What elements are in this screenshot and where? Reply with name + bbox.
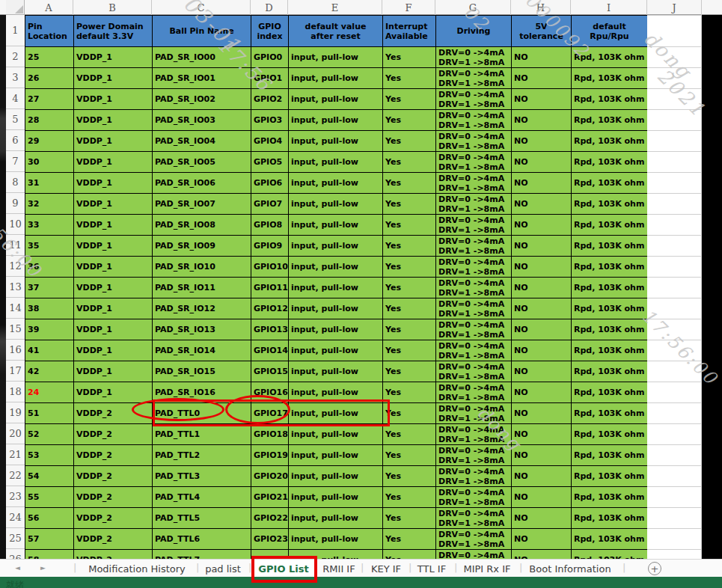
cell-C8[interactable]: PAD_SR_IO06 [152,172,251,193]
row-header-6[interactable]: 6 [6,130,25,151]
sheet-tab-modification-history[interactable]: Modification History [78,560,196,578]
cell-D21[interactable]: GPIO19 [251,444,288,465]
cell-H8[interactable]: NO [511,172,571,193]
sheet-nav-left-icon[interactable]: ◄ [15,564,20,572]
row-header-10[interactable]: 10 [6,214,25,235]
cell-E6[interactable]: input, pull-low [288,130,382,151]
cell-J8[interactable] [647,172,702,193]
cell-B12[interactable]: VDDP_1 [73,256,152,277]
cell-H25[interactable]: NO [511,528,571,549]
cell-H24[interactable]: NO [511,507,571,528]
cell-F15[interactable]: Yes [382,319,435,340]
cell-G25[interactable]: DRV=0 ->4mA DRV=1 ->8mA [435,528,511,549]
cell-B20[interactable]: VDDP_2 [73,423,152,444]
cell-G26[interactable]: DRV=0 ->4mA DRV=1 ->8mA [435,549,511,559]
cell-B14[interactable]: VDDP_1 [73,298,152,319]
cell-I14[interactable]: Rpd, 103K ohm [571,298,648,319]
cell-G19[interactable]: DRV=0 ->4mA DRV=1 ->8mA [435,402,511,423]
cell-E24[interactable]: input, pull-low [288,507,382,528]
cell-F26[interactable]: Yes [382,549,435,559]
cell-C15[interactable]: PAD_SR_IO13 [152,319,251,340]
cell-E2[interactable]: input, pull-low [288,46,382,67]
cell-C24[interactable]: PAD_TTL5 [152,507,251,528]
cell-F23[interactable]: Yes [382,486,435,507]
sheet-tab-pad-list[interactable]: pad list [199,560,247,578]
cell-C14[interactable]: PAD_SR_IO12 [152,298,251,319]
cell-D2[interactable]: GPIO0 [251,46,288,67]
row-header-12[interactable]: 12 [6,256,25,277]
row-header-5[interactable]: 5 [6,109,25,130]
cell-F21[interactable]: Yes [382,444,435,465]
cell-B26[interactable]: VDDP_2 [73,549,152,559]
cell-B16[interactable]: VDDP_1 [73,340,152,361]
cell-G21[interactable]: DRV=0 ->4mA DRV=1 ->8mA [435,444,511,465]
cell-J17[interactable] [647,361,702,382]
cell-D14[interactable]: GPIO12 [251,298,288,319]
cell-C3[interactable]: PAD_SR_IO01 [152,67,251,88]
cell-A16[interactable]: 41 [25,340,73,361]
row-header-4[interactable]: 4 [6,88,25,109]
cell-J5[interactable] [647,109,702,130]
cell-D5[interactable]: GPIO3 [251,109,288,130]
cell-H20[interactable]: NO [511,423,571,444]
cell-A14[interactable]: 38 [25,298,73,319]
cell-J1[interactable] [647,15,702,46]
cell-I24[interactable]: Rpd, 103K ohm [571,507,648,528]
cell-A23[interactable]: 55 [25,486,73,507]
cell-C7[interactable]: PAD_SR_IO05 [152,151,251,172]
cell-B4[interactable]: VDDP_1 [73,88,152,109]
cell-D3[interactable]: GPIO1 [251,67,288,88]
cell-I13[interactable]: Rpd, 103K ohm [571,277,648,298]
cell-J23[interactable] [647,486,702,507]
cell-A11[interactable]: 35 [25,235,73,256]
cell-G14[interactable]: DRV=0 ->4mA DRV=1 ->8mA [435,298,511,319]
cell-I17[interactable]: Rpd, 103K ohm [571,361,648,382]
cell-D1[interactable]: GPIO index [251,15,288,46]
cell-E10[interactable]: input, pull-low [288,214,382,235]
cell-J25[interactable] [647,528,702,549]
cell-E7[interactable]: input, pull-low [288,151,382,172]
cell-G6[interactable]: DRV=0 ->4mA DRV=1 ->8mA [435,130,511,151]
cell-H21[interactable]: NO [511,444,571,465]
column-header-F[interactable]: F [382,0,435,15]
add-sheet-button[interactable]: + [648,562,661,575]
cell-B23[interactable]: VDDP_2 [73,486,152,507]
cell-H19[interactable]: NO [511,402,571,423]
cell-H2[interactable]: NO [511,46,571,67]
cell-J21[interactable] [647,444,702,465]
cell-J6[interactable] [647,130,702,151]
cell-B11[interactable]: VDDP_1 [73,235,152,256]
cell-B10[interactable]: VDDP_1 [73,214,152,235]
row-header-2[interactable]: 2 [6,46,25,67]
cell-I1[interactable]: default Rpu/Rpu [571,15,648,46]
cell-D25[interactable]: GPIO23 [251,528,288,549]
cell-H12[interactable]: NO [511,256,571,277]
cell-J10[interactable] [647,214,702,235]
cell-B3[interactable]: VDDP_1 [73,67,152,88]
cell-C11[interactable]: PAD_SR_IO09 [152,235,251,256]
cell-H23[interactable]: NO [511,486,571,507]
cell-A6[interactable]: 29 [25,130,73,151]
cell-F2[interactable]: Yes [382,46,435,67]
cell-G1[interactable]: Driving [435,15,511,46]
cell-I8[interactable]: Rpd, 103K ohm [571,172,648,193]
cell-G22[interactable]: DRV=0 ->4mA DRV=1 ->8mA [435,465,511,486]
cell-H22[interactable]: NO [511,465,571,486]
cell-F16[interactable]: Yes [382,340,435,361]
column-header-A[interactable]: A [25,0,73,15]
cell-E11[interactable]: input, pull-low [288,235,382,256]
cell-J12[interactable] [647,256,702,277]
cell-A7[interactable]: 30 [25,151,73,172]
cell-J3[interactable] [647,67,702,88]
cell-B15[interactable]: VDDP_1 [73,319,152,340]
cell-B21[interactable]: VDDP_2 [73,444,152,465]
cell-E4[interactable]: input, pull-low [288,88,382,109]
cell-I3[interactable]: Rpd, 103K ohm [571,67,648,88]
cell-F6[interactable]: Yes [382,130,435,151]
cell-A9[interactable]: 32 [25,193,73,214]
cell-F4[interactable]: Yes [382,88,435,109]
row-header-1[interactable]: 1 [6,15,25,46]
cell-E25[interactable]: input, pull-low [288,528,382,549]
cell-H9[interactable]: NO [511,193,571,214]
cell-H6[interactable]: NO [511,130,571,151]
